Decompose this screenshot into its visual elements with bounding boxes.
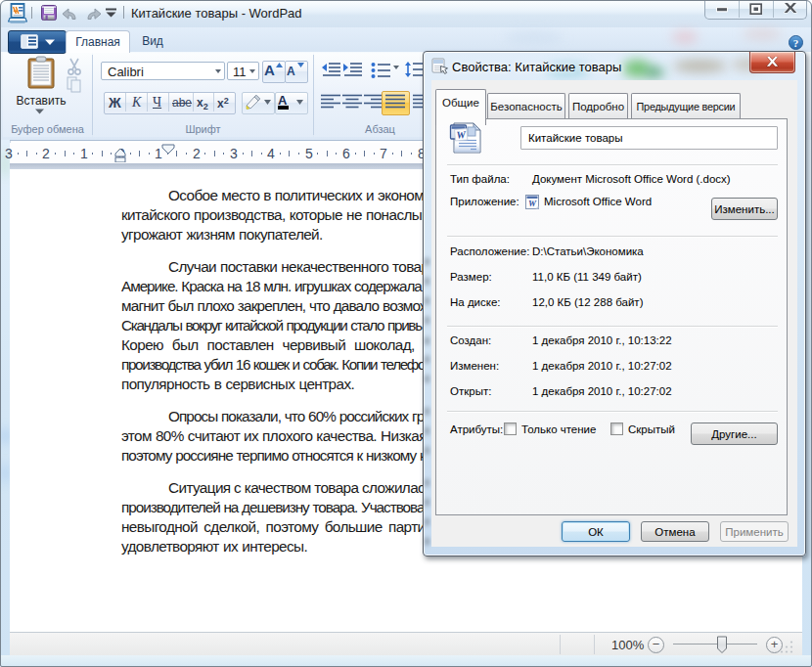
svg-text:?: ? xyxy=(793,37,799,49)
svg-text:W: W xyxy=(528,199,537,208)
svg-text:W: W xyxy=(456,129,467,141)
